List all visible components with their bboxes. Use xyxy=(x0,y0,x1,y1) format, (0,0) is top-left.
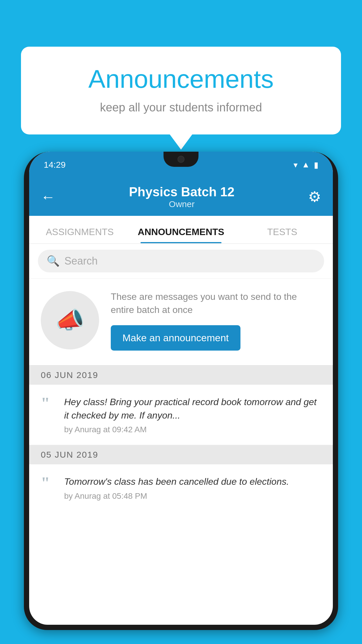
status-icons: ▾ ▲ ▮ xyxy=(294,160,318,170)
phone-outer: 14:29 ▾ ▲ ▮ ← Physics Batch 12 Owner ⚙ xyxy=(24,152,338,630)
promo-card: 📣 These are messages you want to send to… xyxy=(29,279,333,365)
announcement-text-2: Tomorrow's class has been cancelled due … xyxy=(64,475,321,501)
megaphone-icon: 📣 xyxy=(55,307,85,334)
settings-icon[interactable]: ⚙ xyxy=(308,188,321,205)
promo-description: These are messages you want to send to t… xyxy=(111,290,321,316)
tab-assignments[interactable]: ASSIGNMENTS xyxy=(29,227,130,243)
make-announcement-button[interactable]: Make an announcement xyxy=(111,325,240,351)
tab-tests[interactable]: TESTS xyxy=(232,227,333,243)
battery-icon: ▮ xyxy=(314,160,318,170)
announcement-meta-2: by Anurag at 05:48 PM xyxy=(64,491,321,501)
announcement-body-2: Tomorrow's class has been cancelled due … xyxy=(64,475,321,488)
announcement-text-1: Hey class! Bring your practical record b… xyxy=(64,395,321,435)
status-bar: 14:29 ▾ ▲ ▮ xyxy=(29,152,333,178)
phone-wrapper: 14:29 ▾ ▲ ▮ ← Physics Batch 12 Owner ⚙ xyxy=(24,152,338,644)
header-center: Physics Batch 12 Owner xyxy=(129,185,235,209)
announcement-item-2: " Tomorrow's class has been cancelled du… xyxy=(29,464,333,511)
speech-bubble: Announcements keep all your students inf… xyxy=(21,47,341,134)
back-button[interactable]: ← xyxy=(41,188,55,205)
promo-icon-circle: 📣 xyxy=(41,291,99,349)
search-bar[interactable]: 🔍 Search xyxy=(38,250,324,272)
notch-cutout xyxy=(164,152,198,167)
announcement-meta-1: by Anurag at 09:42 AM xyxy=(64,425,321,434)
speech-bubble-title: Announcements xyxy=(44,64,318,94)
header-title: Physics Batch 12 xyxy=(129,185,235,199)
search-bar-container: 🔍 Search xyxy=(29,244,333,279)
signal-icon: ▲ xyxy=(302,160,310,169)
phone-content: 🔍 Search 📣 These are messages you want t… xyxy=(29,244,333,511)
app-header: ← Physics Batch 12 Owner ⚙ xyxy=(29,178,333,216)
speech-bubble-container: Announcements keep all your students inf… xyxy=(21,47,341,134)
wifi-icon: ▾ xyxy=(294,160,298,170)
announcement-body-1: Hey class! Bring your practical record b… xyxy=(64,395,321,422)
search-icon: 🔍 xyxy=(47,255,60,267)
tab-announcements[interactable]: ANNOUNCEMENTS xyxy=(130,227,231,243)
status-time: 14:29 xyxy=(44,160,66,170)
quote-icon-2: " xyxy=(41,475,55,501)
phone-screen: 14:29 ▾ ▲ ▮ ← Physics Batch 12 Owner ⚙ xyxy=(29,152,333,625)
speech-bubble-subtitle: keep all your students informed xyxy=(44,101,318,114)
search-placeholder: Search xyxy=(64,255,98,267)
promo-right: These are messages you want to send to t… xyxy=(111,290,321,351)
date-separator-1: 06 JUN 2019 xyxy=(29,365,333,385)
date-separator-2: 05 JUN 2019 xyxy=(29,445,333,464)
camera-dot xyxy=(178,156,184,163)
header-subtitle: Owner xyxy=(129,199,235,209)
tab-bar: ASSIGNMENTS ANNOUNCEMENTS TESTS xyxy=(29,216,333,244)
quote-icon-1: " xyxy=(41,395,55,435)
announcement-item-1: " Hey class! Bring your practical record… xyxy=(29,385,333,445)
